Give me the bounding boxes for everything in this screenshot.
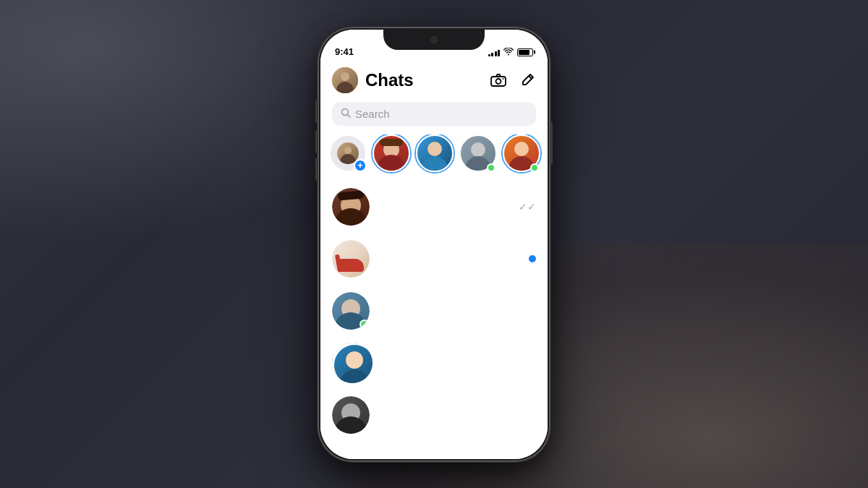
page-title: Chats bbox=[365, 70, 490, 90]
story-inner-1 bbox=[373, 134, 410, 172]
add-story-item[interactable]: + bbox=[329, 134, 367, 172]
user-avatar-image bbox=[332, 67, 358, 93]
camera-button[interactable] bbox=[490, 72, 507, 89]
chat-meta-1: ✓✓ bbox=[519, 201, 536, 213]
svg-point-2 bbox=[503, 78, 504, 80]
search-bar[interactable]: Search bbox=[332, 102, 536, 126]
phone-notch bbox=[383, 30, 485, 50]
add-story-avatar: + bbox=[329, 134, 367, 172]
phone-frame: 9:41 bbox=[318, 27, 550, 461]
add-story-badge: + bbox=[354, 159, 367, 172]
story-avatar-1 bbox=[373, 134, 410, 172]
user-avatar[interactable] bbox=[332, 67, 358, 93]
unread-indicator-2 bbox=[529, 255, 536, 262]
read-receipt-1: ✓✓ bbox=[519, 201, 536, 213]
online-indicator-3 bbox=[359, 320, 369, 329]
story-item-4[interactable] bbox=[503, 134, 540, 172]
chat-item-3[interactable] bbox=[320, 285, 548, 337]
stories-row: + bbox=[320, 134, 548, 181]
svg-rect-0 bbox=[491, 77, 506, 86]
chat-list: ✓✓ bbox=[320, 181, 548, 441]
story-inner-2 bbox=[416, 134, 454, 172]
header-actions bbox=[490, 72, 536, 89]
chat-meta-2 bbox=[529, 255, 536, 262]
story-item-5[interactable] bbox=[546, 134, 548, 172]
story-online-dot-4 bbox=[530, 163, 539, 172]
status-icons bbox=[488, 48, 534, 57]
story-avatar-3 bbox=[459, 134, 497, 172]
chat-avatar-image-4 bbox=[334, 345, 373, 383]
notch-camera bbox=[430, 36, 438, 43]
search-icon bbox=[341, 108, 351, 120]
search-placeholder: Search bbox=[355, 108, 527, 120]
story-avatar-2 bbox=[416, 134, 454, 172]
app-header: Chats bbox=[320, 61, 548, 102]
story-avatar-5 bbox=[546, 134, 548, 172]
compose-button[interactable] bbox=[519, 72, 536, 89]
chat-avatar-image-1 bbox=[332, 188, 370, 226]
status-time: 9:41 bbox=[335, 46, 354, 57]
chat-avatar-4 bbox=[332, 343, 373, 383]
phone-screen: 9:41 bbox=[320, 30, 548, 459]
story-item-1[interactable] bbox=[373, 134, 410, 172]
chat-avatar-5 bbox=[332, 396, 370, 434]
chat-avatar-image-5 bbox=[332, 396, 370, 434]
battery-icon bbox=[517, 48, 533, 56]
chat-avatar-image-2 bbox=[332, 240, 370, 278]
story-avatar-4 bbox=[503, 134, 540, 172]
chat-avatar-2 bbox=[332, 240, 370, 278]
chat-item-2[interactable] bbox=[320, 233, 548, 285]
app-content: Chats bbox=[320, 61, 548, 459]
story-item-2[interactable] bbox=[416, 134, 454, 172]
signal-icon bbox=[488, 48, 501, 56]
chat-item-4[interactable] bbox=[320, 337, 548, 389]
story-online-dot-3 bbox=[487, 163, 495, 172]
wifi-icon bbox=[503, 48, 514, 57]
chat-avatar-3 bbox=[332, 292, 370, 330]
chat-item-5[interactable] bbox=[320, 389, 548, 441]
svg-point-1 bbox=[496, 79, 501, 84]
phone-mockup: 9:41 bbox=[318, 27, 550, 461]
chat-avatar-1 bbox=[332, 188, 370, 226]
story-item-3[interactable] bbox=[459, 134, 497, 172]
chat-item-1[interactable]: ✓✓ bbox=[320, 181, 548, 233]
story-inner-5 bbox=[546, 134, 548, 172]
